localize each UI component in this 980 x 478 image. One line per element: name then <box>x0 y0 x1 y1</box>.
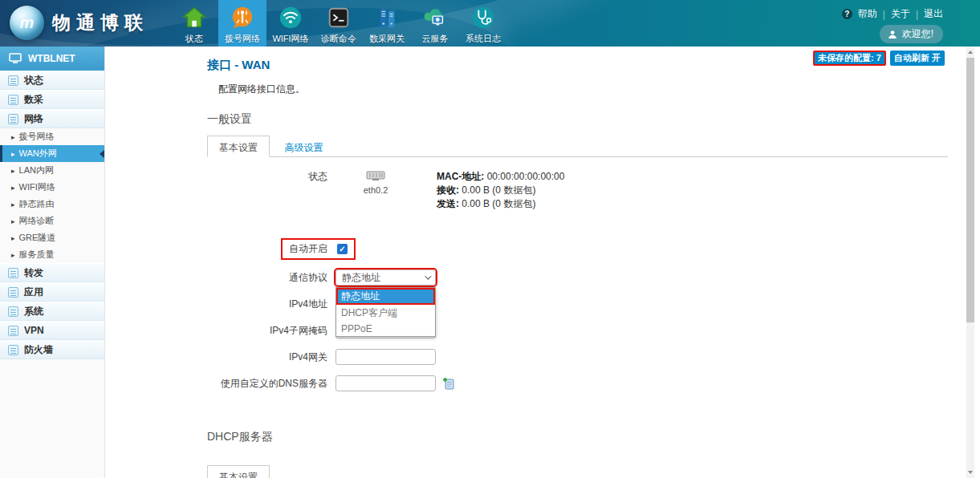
list-icon <box>8 287 18 298</box>
ipv4-address-label: IPv4地址 <box>207 298 327 311</box>
brand-logo: m 物通博联 <box>10 6 148 40</box>
nav-item-wifi-network[interactable]: WIFI网络 <box>266 0 315 47</box>
dropdown-option-dhcp[interactable]: DHCP客户端 <box>336 305 435 322</box>
sidebar-sub-static-route[interactable]: 静态路由 <box>0 196 104 213</box>
app-header: m 物通博联 状态 <box>0 0 980 47</box>
welcome-button[interactable]: 欢迎您! <box>880 25 943 43</box>
main-content: 接口 - WAN 配置网络接口信息。 一般设置 基本设置 高级设置 状态 eth… <box>105 47 969 478</box>
protocol-dropdown: 静态地址 DHCP客户端 PPPoE <box>335 287 436 337</box>
sidebar-item-status[interactable]: 状态 <box>0 71 104 90</box>
list-icon <box>8 75 18 86</box>
status-info: MAC-地址: 00:00:00:00:00:00 接收: 0.00 B (0 … <box>437 170 564 211</box>
rx-value: 0.00 B (0 数据包) <box>462 184 535 196</box>
sidebar-item-data-collect[interactable]: 数采 <box>0 90 104 109</box>
sidebar-item-network[interactable]: 网络 <box>0 109 104 128</box>
dns-input[interactable] <box>335 375 436 391</box>
list-icon <box>8 345 18 355</box>
scrollbar[interactable] <box>966 47 974 478</box>
gateway-row: IPv4网关 <box>207 349 948 365</box>
cloud-icon <box>421 4 449 31</box>
mac-value: 00:00:00:00:00:00 <box>487 171 565 182</box>
help-link[interactable]: 帮助 <box>858 7 877 21</box>
ipv4-address-row: IPv4地址 <box>207 296 948 312</box>
auto-start-checkbox[interactable] <box>337 244 348 254</box>
tx-value: 0.00 B (0 数据包) <box>462 198 535 209</box>
dial-network-icon <box>229 4 256 31</box>
mac-label: MAC-地址: <box>437 171 484 182</box>
tab-advanced-settings[interactable]: 高级设置 <box>273 136 334 158</box>
auto-start-label: 自动开启 <box>289 242 327 256</box>
brand-sphere-icon: m <box>10 6 44 40</box>
add-entry-button[interactable] <box>442 377 455 390</box>
scrollbar-thumb[interactable] <box>966 58 974 322</box>
rx-line: 接收: 0.00 B (0 数据包) <box>437 184 564 197</box>
about-link[interactable]: 关于 <box>891 7 910 21</box>
dropdown-option-pppoe[interactable]: PPPoE <box>336 322 435 336</box>
dhcp-tab-basic-settings[interactable]: 基本设置 <box>207 465 270 478</box>
sidebar-sub-wan[interactable]: WAN外网 <box>0 145 104 162</box>
scrollbar-up-arrow[interactable] <box>968 51 973 54</box>
header-links: 帮助 | 关于 | 退出 <box>842 7 943 21</box>
netmask-row: IPv4子网掩码 <box>207 322 948 338</box>
list-icon <box>8 114 18 124</box>
gateway-input[interactable] <box>335 349 436 365</box>
nav-item-dial-network[interactable]: 拨号网络 <box>218 0 266 47</box>
interface-name: eth0.2 <box>335 185 416 195</box>
sidebar-sub-qos[interactable]: 服务质量 <box>0 246 104 263</box>
add-icon <box>442 377 455 390</box>
dropdown-option-static[interactable]: 静态地址 <box>336 288 435 305</box>
unsaved-changes-badge[interactable]: 未保存的配置: 7 <box>813 51 886 66</box>
brand-name: 物通博联 <box>52 10 148 35</box>
protocol-selected-value: 静态地址 <box>342 271 380 285</box>
link-separator: | <box>916 9 918 20</box>
annotation-box-auto-start: 自动开启 <box>283 240 354 258</box>
scrollbar-down-arrow[interactable] <box>968 471 973 474</box>
chevron-down-icon <box>425 273 431 279</box>
general-tabbar: 基本设置 高级设置 <box>207 136 948 157</box>
nav-item-diagnostic-command[interactable]: 诊断命令 <box>315 0 363 47</box>
sidebar-sub-diagnostics[interactable]: 网络诊断 <box>0 213 104 229</box>
gateway-label: IPv4网关 <box>207 350 327 364</box>
rx-label: 接收: <box>437 184 459 196</box>
nav-item-cloud-service[interactable]: 云服务 <box>411 0 459 47</box>
sidebar-item-firewall[interactable]: 防火墙 <box>0 340 104 359</box>
auto-refresh-badge[interactable]: 自动刷新 开 <box>890 51 945 66</box>
protocol-select[interactable]: 静态地址 <box>335 269 436 286</box>
tab-basic-settings[interactable]: 基本设置 <box>207 136 270 157</box>
sidebar-item-system[interactable]: 系统 <box>0 302 104 321</box>
tx-label: 发送: <box>437 198 459 209</box>
protocol-label: 通信协议 <box>207 271 327 285</box>
logout-link[interactable]: 退出 <box>924 7 943 21</box>
protocol-select-wrap: 静态地址 静态地址 DHCP客户端 PPPoE <box>335 269 436 286</box>
nav-item-status[interactable]: 状态 <box>170 0 218 47</box>
help-icon <box>842 9 852 19</box>
sidebar-item-vpn[interactable]: VPN <box>0 321 104 340</box>
sidebar: WTBLNET 状态 数采 网络 拨号网络 WAN外网 LAN内网 WIFI网络… <box>0 47 105 478</box>
notice-badges: 未保存的配置: 7 自动刷新 开 <box>813 51 945 66</box>
dhcp-tabbar: 基本设置 <box>207 465 948 478</box>
status-label: 状态 <box>207 170 327 184</box>
sidebar-sub-gre-tunnel[interactable]: GRE隧道 <box>0 229 104 246</box>
dns-label: 使用自定义的DNS服务器 <box>207 377 327 391</box>
monitor-icon <box>9 53 22 64</box>
sidebar-sub-dial-network[interactable]: 拨号网络 <box>0 128 104 145</box>
nav-item-system-log[interactable]: 系统日志 <box>459 0 507 47</box>
nav-item-data-gateway[interactable]: 数采网关 <box>363 0 411 47</box>
home-icon <box>181 4 208 31</box>
status-row: 状态 eth0.2 MAC-地址: 00:00:00:00:00:00 接收: … <box>207 170 948 211</box>
dns-row: 使用自定义的DNS服务器 <box>207 375 948 391</box>
sidebar-item-forward[interactable]: 转发 <box>0 263 104 282</box>
mac-line: MAC-地址: 00:00:00:00:00:00 <box>437 170 564 184</box>
sidebar-item-apps[interactable]: 应用 <box>0 282 104 302</box>
list-icon <box>8 95 18 105</box>
syslog-icon <box>470 4 497 31</box>
interface-cell: eth0.2 <box>335 170 416 195</box>
sidebar-sub-wifi[interactable]: WIFI网络 <box>0 179 104 196</box>
terminal-icon <box>325 4 352 31</box>
netmask-label: IPv4子网掩码 <box>207 324 327 338</box>
sidebar-header: WTBLNET <box>0 47 104 71</box>
welcome-label: 欢迎您! <box>902 27 933 41</box>
wifi-icon <box>277 4 304 31</box>
page-subtitle: 配置网络接口信息。 <box>218 83 948 96</box>
sidebar-sub-lan[interactable]: LAN内网 <box>0 162 104 179</box>
